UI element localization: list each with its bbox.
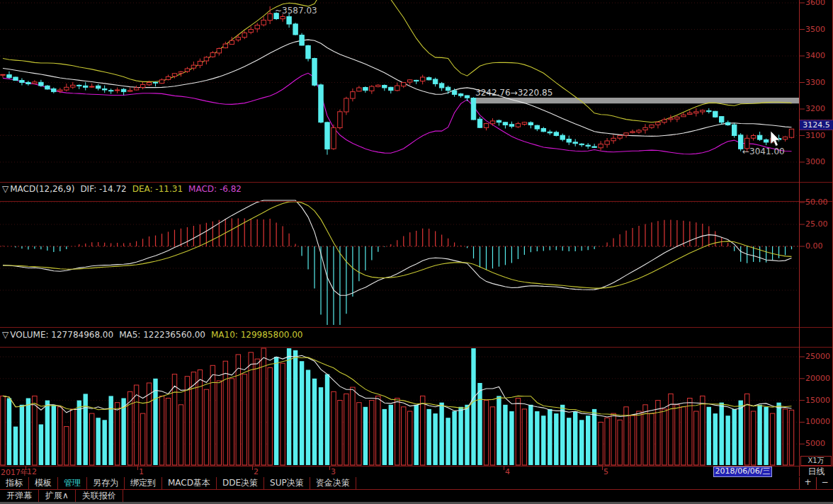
tab-bind-to[interactable]: 绑定到 xyxy=(125,477,162,489)
month-tick xyxy=(252,466,253,470)
current-date-badge: 2018/06/06/三 xyxy=(713,466,772,477)
month-tick xyxy=(602,466,603,470)
macd-title: MACD(12,26,9) xyxy=(10,184,74,194)
tab-sup-decision[interactable]: SUP决策 xyxy=(264,477,310,489)
tab-manage[interactable]: 管理 xyxy=(58,477,87,489)
low-price-label: ←3041.00 xyxy=(742,147,785,156)
volume-unit-label: X1万 xyxy=(800,456,832,466)
month-label: 3 xyxy=(331,467,336,476)
axis-tick-label: 5000 xyxy=(805,439,825,448)
timeline-row: 2017年1212345 2018/06/06/三 日线 xyxy=(0,466,833,478)
month-label: 2017年 xyxy=(1,467,28,478)
last-price-tag: 3124.5 xyxy=(800,120,833,130)
axis-tick-label: 25.00 xyxy=(805,219,828,229)
month-tick xyxy=(504,466,504,470)
zoom-out-button[interactable]: − xyxy=(816,477,833,489)
month-label: 2 xyxy=(254,467,259,476)
peak-price-label: ~3587.03 xyxy=(275,6,317,16)
stock-trading-app: ▽MACD(12,26,9)DIF: -14.72DEA: -11.31MACD… xyxy=(0,0,833,504)
month-label: 5 xyxy=(604,467,608,476)
axis-tick-label: 25000 xyxy=(805,352,830,361)
month-tick xyxy=(137,466,138,470)
axis-tick-label: 20000 xyxy=(805,374,830,383)
tab-indicator[interactable]: 指标 xyxy=(0,477,29,489)
axis-tick-label: 3200 xyxy=(805,104,825,113)
volume-value: VOLUME: 127784968.00 xyxy=(10,330,113,340)
linked-quotes-button[interactable]: 关联报价 xyxy=(76,490,123,502)
toolbar: 指标 模板 管理 另存为 绑定到 MACD基本 DDE决策 SUP决策 资金决策 xyxy=(0,477,833,490)
macd-header: ▽MACD(12,26,9)DIF: -14.72DEA: -11.31MACD… xyxy=(2,184,247,195)
bottom-bar: 开弹幕 扩展∧ 关联报价 xyxy=(0,490,833,502)
axis-tick-label: 3300 xyxy=(805,78,825,87)
macd-dif-value: DIF: -14.72 xyxy=(80,184,126,194)
volume-collapse-icon[interactable]: ▽ xyxy=(2,330,8,340)
macd-macd-value: MACD: -6.82 xyxy=(188,184,242,194)
axis-tick-label: 0.00 xyxy=(805,241,823,251)
month-tick xyxy=(329,466,330,470)
period-selector[interactable]: 日线 xyxy=(799,466,833,476)
chart-area[interactable] xyxy=(0,0,833,466)
axis-tick-label: 3400 xyxy=(805,51,825,60)
axis-tick-label: 3600 xyxy=(805,0,825,7)
tab-save-as[interactable]: 另存为 xyxy=(87,477,125,489)
macd-collapse-icon[interactable]: ▽ xyxy=(2,184,8,194)
tab-template[interactable]: 模板 xyxy=(29,477,58,489)
axis-tick-label: 15000 xyxy=(805,396,830,405)
gap-price-label: 3242.76→3220.85 xyxy=(475,88,552,98)
tab-dde-decision[interactable]: DDE决策 xyxy=(217,477,264,489)
month-label: 1 xyxy=(139,467,144,476)
axis-tick-label: 3100 xyxy=(805,131,825,140)
month-tick xyxy=(26,466,26,470)
volume-header: ▽VOLUME: 127784968.00MA5: 122236560.00MA… xyxy=(2,330,309,341)
volume-ma5-value: MA5: 122236560.00 xyxy=(119,330,205,340)
month-label: 4 xyxy=(505,467,510,476)
expand-button[interactable]: 扩展∧ xyxy=(39,490,76,502)
axis-tick-label: 10000 xyxy=(805,417,830,426)
axis-tick-label: 50.00 xyxy=(805,197,828,207)
month-label: 12 xyxy=(27,467,37,476)
open-danmaku-button[interactable]: 开弹幕 xyxy=(0,490,39,502)
volume-ma10-value: MA10: 129985800.00 xyxy=(211,330,303,340)
tab-fund-decision[interactable]: 资金决策 xyxy=(310,477,356,489)
mouse-cursor xyxy=(771,131,780,147)
axis-tick-label: 3500 xyxy=(805,25,825,34)
zoom-in-button[interactable]: + xyxy=(799,477,816,489)
macd-dea-value: DEA: -11.31 xyxy=(132,184,183,194)
tab-macd-basic[interactable]: MACD基本 xyxy=(162,477,217,489)
axis-tick-label: 3000 xyxy=(805,157,825,166)
